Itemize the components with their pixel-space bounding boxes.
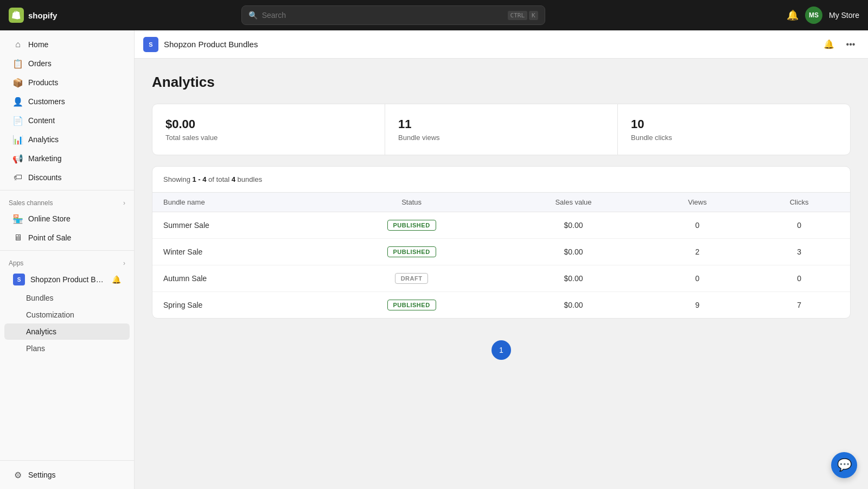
orders-icon: 📋	[13, 59, 23, 68]
sidebar-nav: ⌂ Home 📋 Orders 📦 Products 👤 Customers 📄…	[0, 30, 134, 361]
sidebar-item-marketing[interactable]: 📢 Marketing	[4, 149, 130, 168]
sales-channels-label: Sales channels	[9, 199, 53, 207]
row-3-clicks: 0	[748, 265, 850, 292]
table-row: Summer Sale PUBLISHED $0.00 0 0	[152, 212, 850, 239]
row-4-views: 9	[647, 292, 748, 319]
search-box[interactable]: 🔍 CTRL K	[241, 5, 545, 25]
row-4-sales: $0.00	[500, 292, 647, 319]
stat-value-clicks: 10	[631, 117, 837, 131]
sidebar-item-content[interactable]: 📄 Content	[4, 111, 130, 130]
page-title: Analytics	[152, 74, 851, 91]
avatar[interactable]: MS	[805, 7, 822, 24]
apps-section: Apps ›	[0, 254, 134, 269]
stat-value-sales: $0.00	[165, 117, 372, 131]
row-4-status: PUBLISHED	[323, 292, 500, 319]
row-1-status: PUBLISHED	[323, 212, 500, 239]
sidebar-item-analytics[interactable]: 📊 Analytics	[4, 130, 130, 149]
row-2-sales: $0.00	[500, 239, 647, 265]
stat-card-clicks: 10 Bundle clicks	[618, 104, 850, 155]
stat-card-sales: $0.00 Total sales value	[152, 104, 385, 155]
sidebar-item-orders[interactable]: 📋 Orders	[4, 54, 130, 73]
col-status: Status	[323, 193, 500, 212]
sidebar-sub-analytics[interactable]: Analytics	[4, 323, 130, 340]
row-3-name: Autumn Sale	[152, 265, 323, 292]
sidebar-sub-customization[interactable]: Customization	[4, 307, 130, 323]
marketing-icon: 📢	[13, 154, 23, 163]
content-icon: 📄	[13, 116, 23, 125]
row-3-sales: $0.00	[500, 265, 647, 292]
showing-middle: of total	[207, 175, 232, 183]
sidebar-divider-1	[0, 190, 134, 190]
analytics-icon: 📊	[13, 135, 23, 144]
sidebar-item-discounts[interactable]: 🏷 Discounts	[4, 168, 130, 187]
sidebar-label-analytics: Analytics	[28, 135, 59, 144]
sidebar-item-online-store[interactable]: 🏪 Online Store	[4, 209, 130, 228]
page-1-button[interactable]: 1	[492, 340, 511, 360]
logo[interactable]: shopify	[9, 8, 117, 23]
showing-range: 1 - 4	[192, 175, 206, 183]
stat-card-views: 11 Bundle views	[385, 104, 618, 155]
table-head: Bundle name Status Sales value Views Cli…	[152, 193, 850, 212]
row-2-views: 2	[647, 239, 748, 265]
sidebar-app-shopzon[interactable]: S Shopzon Product Bun... 🔔	[4, 270, 130, 289]
status-badge: PUBLISHED	[387, 300, 436, 310]
row-1-name: Summer Sale	[152, 212, 323, 239]
row-1-clicks: 0	[748, 212, 850, 239]
notification-bell-icon[interactable]: 🔔	[787, 9, 799, 21]
showing-suffix: bundles	[235, 175, 262, 183]
stats-container: $0.00 Total sales value 11 Bundle views …	[152, 104, 851, 155]
app-icon: S	[13, 274, 25, 285]
stat-value-views: 11	[398, 117, 604, 131]
chevron-right-icon: ›	[123, 199, 125, 207]
point-of-sale-icon: 🖥	[13, 233, 23, 243]
subheader-actions: 🔔 •••	[820, 36, 859, 53]
more-options-icon-btn[interactable]: •••	[842, 36, 859, 53]
apps-chevron-icon: ›	[123, 259, 125, 267]
top-navigation: shopify 🔍 CTRL K 🔔 MS My Store	[0, 0, 868, 30]
sidebar-bottom: ⚙ Settings	[0, 460, 134, 489]
shopify-logo-icon	[9, 8, 24, 23]
sidebar-label-point-of-sale: Point of Sale	[28, 233, 71, 242]
sidebar-item-point-of-sale[interactable]: 🖥 Point of Sale	[4, 228, 130, 247]
plans-label: Plans	[26, 344, 45, 353]
showing-prefix: Showing	[163, 175, 192, 183]
stat-label-views: Bundle views	[398, 134, 604, 142]
pagination: 1	[152, 332, 851, 364]
table-body: Summer Sale PUBLISHED $0.00 0 0 Winter S…	[152, 212, 850, 319]
sidebar-sub-bundles[interactable]: Bundles	[4, 290, 130, 306]
sidebar-item-settings[interactable]: ⚙ Settings	[4, 466, 130, 484]
k-key: K	[529, 11, 538, 20]
sales-channels-section: Sales channels ›	[0, 194, 134, 209]
col-sales-value: Sales value	[500, 193, 647, 212]
col-bundle-name: Bundle name	[152, 193, 323, 212]
row-3-views: 0	[647, 265, 748, 292]
sidebar-item-products[interactable]: 📦 Products	[4, 73, 130, 92]
sidebar-label-marketing: Marketing	[28, 154, 61, 163]
sidebar-label-products: Products	[28, 78, 58, 87]
sidebar-sub-plans[interactable]: Plans	[4, 340, 130, 357]
sidebar-item-customers[interactable]: 👤 Customers	[4, 92, 130, 111]
notification-icon-btn[interactable]: 🔔	[820, 36, 838, 53]
chat-button[interactable]: 💬	[831, 452, 857, 478]
sidebar-item-home[interactable]: ⌂ Home	[4, 35, 130, 54]
row-3-status: DRAFT	[323, 265, 500, 292]
brand-name: shopify	[28, 11, 57, 20]
search-input[interactable]	[262, 11, 503, 20]
stat-label-sales: Total sales value	[165, 134, 372, 142]
customers-icon: 👤	[13, 97, 23, 106]
ctrl-key: CTRL	[508, 11, 528, 20]
row-1-views: 0	[647, 212, 748, 239]
row-1-sales: $0.00	[500, 212, 647, 239]
row-2-clicks: 3	[748, 239, 850, 265]
products-icon: 📦	[13, 78, 23, 87]
bundles-table-container: Showing 1 - 4 of total 4 bundles Bundle …	[152, 166, 851, 319]
sidebar-label-home: Home	[28, 40, 48, 49]
showing-total: 4	[232, 175, 235, 183]
topnav-right: 🔔 MS My Store	[787, 7, 859, 24]
store-name-label[interactable]: My Store	[829, 11, 859, 20]
subheader: S Shopzon Product Bundles 🔔 •••	[135, 30, 868, 59]
settings-icon: ⚙	[13, 470, 23, 480]
bundles-table: Bundle name Status Sales value Views Cli…	[152, 192, 850, 318]
search-area: 🔍 CTRL K	[241, 5, 545, 25]
table-row: Winter Sale PUBLISHED $0.00 2 3	[152, 239, 850, 265]
